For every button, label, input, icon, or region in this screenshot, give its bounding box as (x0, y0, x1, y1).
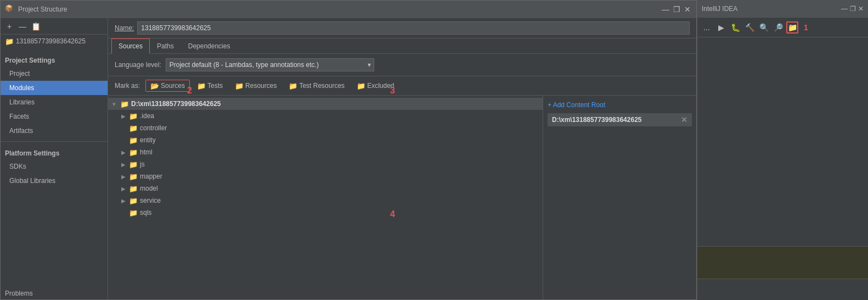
tree-item-sqls[interactable]: ▶ 📁 sqls (108, 207, 543, 219)
build-button[interactable]: 🔨 (743, 21, 756, 34)
add-module-button[interactable]: + (4, 21, 15, 32)
tree-item-mapper[interactable]: ▶ 📁 mapper (108, 170, 543, 182)
copy-module-button[interactable]: 📋 (30, 21, 41, 32)
content-root-path: D:\xm\1318857739983642625 (552, 116, 641, 124)
mark-as-row: Mark as: 📂 Sources 📁 Tests 📁 Resource (108, 76, 696, 96)
remove-module-button[interactable]: — (17, 21, 28, 32)
entity-folder-icon: 📁 (129, 136, 138, 145)
tree-item-idea[interactable]: ▶ 📁 .idea (108, 110, 543, 122)
intellij-minimize[interactable]: — (841, 5, 848, 13)
mapper-chevron-icon: ▶ (121, 174, 128, 180)
sources-folder-icon: 📂 (150, 82, 159, 90)
intellij-toolbar: ... ▶ 🐛 🔨 🔍 🔎 📁 1 (697, 18, 868, 37)
file-tree-root[interactable]: ▾ 📁 D:\xm\1318857739983642625 (108, 98, 543, 110)
mark-as-label: Mark as: (115, 82, 140, 90)
maximize-button[interactable]: ❐ (672, 5, 681, 14)
resources-folder-icon: 📁 (235, 82, 244, 90)
language-level-label: Language level: (115, 61, 161, 69)
file-tree: ▾ 📁 D:\xm\1318857739983642625 ▶ 📁 .idea (108, 96, 543, 299)
tree-item-service[interactable]: ▶ 📁 service (108, 195, 543, 207)
tree-item-model[interactable]: ▶ 📁 model (108, 182, 543, 195)
annotation-1: 1 (804, 23, 808, 32)
sidebar-item-libraries[interactable]: Libraries (1, 95, 108, 109)
module-tree-label: 1318857739983642625 (16, 37, 86, 45)
mark-as-excluded-button[interactable]: 📁 Excluded (352, 80, 399, 92)
module-tabs: Sources Paths Dependencies (108, 38, 696, 54)
tree-item-html-label: html (140, 148, 153, 156)
mark-excluded-label: Excluded (367, 82, 394, 90)
find-action-button[interactable]: 🔎 (772, 21, 784, 34)
idea-folder-icon: 📁 (129, 112, 138, 120)
intellij-maximize[interactable]: ❐ (850, 5, 856, 13)
window-title: Project Structure (18, 5, 661, 13)
name-input[interactable] (137, 21, 690, 35)
intellij-header: IntelliJ IDEA — ❐ ✕ (697, 0, 868, 18)
model-folder-icon: 📁 (129, 185, 138, 193)
sidebar-item-facets[interactable]: Facets (1, 109, 108, 124)
tab-paths[interactable]: Paths (150, 38, 181, 54)
intellij-close[interactable]: ✕ (858, 5, 864, 13)
tab-dependencies[interactable]: Dependencies (181, 38, 238, 54)
intellij-window-controls: — ❐ ✕ (841, 5, 864, 13)
sidebar-item-artifacts[interactable]: Artifacts (1, 124, 108, 138)
tree-item-controller[interactable]: ▶ 📁 controller (108, 122, 543, 134)
intellij-panel: IntelliJ IDEA — ❐ ✕ ... ▶ 🐛 🔨 🔍 🔎 📁 1 (697, 0, 868, 300)
mark-as-test-resources-button[interactable]: 📁 Test Resources (284, 80, 350, 92)
model-chevron-icon: ▶ (121, 186, 128, 192)
controller-folder-icon: 📁 (129, 124, 138, 132)
file-tree-area: ▾ 📁 D:\xm\1318857739983642625 ▶ 📁 .idea (108, 96, 696, 299)
sidebar-item-facets-label: Facets (9, 113, 29, 120)
sidebar-item-modules[interactable]: Modules (1, 81, 108, 95)
tree-item-idea-label: .idea (140, 112, 154, 120)
root-chevron-icon: ▾ (112, 101, 119, 107)
minimize-button[interactable]: — (661, 5, 670, 14)
window-controls: — ❐ ✕ (661, 5, 692, 14)
sidebar: + — 📋 📁 1318857739983642625 Project Sett… (1, 18, 108, 299)
root-folder-icon: 📁 (120, 100, 129, 108)
project-structure-toolbar-button[interactable]: 📁 (786, 21, 798, 34)
language-level-select-wrapper: Project default (8 - Lambdas, type annot… (166, 58, 374, 71)
mark-sources-label: Sources (161, 82, 185, 90)
run-action-button[interactable]: ... (701, 21, 713, 34)
service-folder-icon: 📁 (129, 197, 138, 205)
module-tree-item[interactable]: 📁 1318857739983642625 (1, 35, 108, 48)
tab-sources[interactable]: Sources (111, 38, 150, 54)
module-folder-icon: 📁 (5, 37, 14, 46)
run-button[interactable]: ▶ (715, 21, 727, 34)
name-label: Name: (115, 24, 134, 32)
sidebar-item-global-libraries[interactable]: Global Libraries (1, 174, 108, 188)
sidebar-toolbar: + — 📋 (1, 18, 108, 35)
intellij-title: IntelliJ IDEA (702, 5, 737, 13)
language-level-row: Language level: Project default (8 - Lam… (108, 54, 696, 76)
debug-button[interactable]: 🐛 (729, 21, 741, 34)
close-button[interactable]: ✕ (683, 5, 692, 14)
sidebar-problems[interactable]: Problems (1, 285, 108, 299)
tree-item-js[interactable]: ▶ 📁 js (108, 158, 543, 170)
module-name-row: Name: (108, 18, 696, 38)
app-icon: 📦 (5, 4, 15, 14)
sidebar-item-sdks[interactable]: SDKs (1, 159, 108, 174)
mark-as-tests-button[interactable]: 📁 Tests (192, 80, 228, 92)
title-bar: 📦 Project Structure — ❐ ✕ (1, 1, 696, 18)
file-tree-root-label: D:\xm\1318857739983642625 (131, 100, 221, 108)
sidebar-item-project[interactable]: Project (1, 66, 108, 81)
module-panel: Name: Sources Paths Dependencies Languag… (108, 18, 696, 299)
tree-item-mapper-label: mapper (140, 173, 162, 180)
mark-as-resources-button[interactable]: 📁 Resources (230, 80, 281, 92)
tree-item-entity[interactable]: ▶ 📁 entity (108, 134, 543, 146)
html-chevron-icon: ▶ (121, 149, 128, 155)
tree-item-model-label: model (140, 185, 158, 192)
add-content-root-button[interactable]: + Add Content Root (548, 100, 692, 110)
tests-folder-icon: 📁 (197, 82, 206, 90)
content-root-close-button[interactable]: ✕ (681, 115, 687, 124)
sidebar-item-libraries-label: Libraries (9, 98, 35, 106)
mark-as-sources-button[interactable]: 📂 Sources (145, 80, 190, 92)
mark-resources-label: Resources (245, 82, 277, 90)
tree-item-html[interactable]: ▶ 📁 html (108, 146, 543, 158)
js-chevron-icon: ▶ (121, 162, 128, 168)
language-level-select[interactable]: Project default (8 - Lambdas, type annot… (166, 58, 374, 71)
sidebar-item-project-label: Project (9, 70, 30, 77)
search-button[interactable]: 🔍 (758, 21, 770, 34)
js-folder-icon: 📁 (129, 160, 138, 169)
tree-item-entity-label: entity (140, 136, 156, 144)
